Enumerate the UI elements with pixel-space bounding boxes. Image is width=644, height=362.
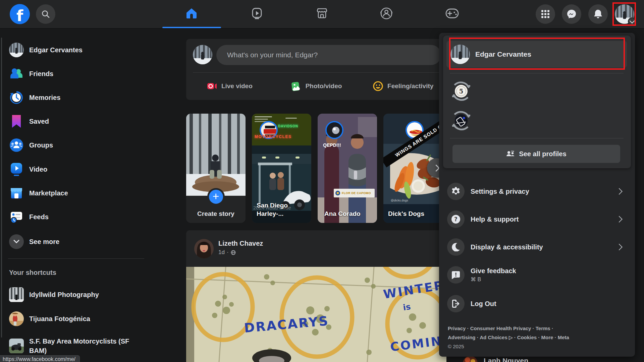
menu-grid-button[interactable]: [536, 4, 555, 24]
sidebar-item-saved[interactable]: Saved: [4, 110, 145, 132]
post-photo[interactable]: DRACARYS WINTER is COMING: [186, 267, 446, 362]
contact-name: Lanh Nguyen: [484, 357, 528, 362]
sidebar-item-feeds[interactable]: Feeds: [4, 206, 145, 228]
messenger-icon: [567, 9, 577, 19]
feeling-label: Feeling/activity: [387, 82, 433, 90]
menu-item-label: Display & accessibility: [471, 243, 543, 251]
active-tab-indicator: [162, 27, 221, 28]
dot-separator: ·: [227, 249, 229, 256]
footer-line-1[interactable]: Privacy · Consumer Health Privacy · Term…: [448, 324, 626, 333]
saved-icon: [9, 114, 24, 129]
story-label: Ana Corado: [324, 209, 374, 218]
composer-avatar[interactable]: [193, 45, 212, 64]
dicks-handle-text: @dicks.dogs: [391, 199, 408, 202]
chevron-right-icon: [616, 244, 623, 250]
menu-item-label: Log Out: [471, 300, 496, 308]
idyllwild-avatar: [9, 287, 24, 302]
menu-item-settings[interactable]: Settings & privacy: [444, 178, 630, 205]
story-create[interactable]: Create story: [186, 114, 246, 223]
menu-item-logout[interactable]: Log Out: [444, 290, 630, 317]
sidebar-item-profile[interactable]: Edgar Cervantes: [4, 39, 145, 61]
feedback-icon: [447, 266, 465, 284]
sidebar-item-see-more[interactable]: See more: [4, 231, 145, 253]
story-label: Dick's Dogs: [388, 209, 440, 218]
see-all-profiles-button[interactable]: See all profiles: [452, 145, 620, 163]
live-video-icon: [207, 81, 217, 92]
chevron-down-circle-icon: [9, 234, 24, 249]
live-video-button[interactable]: Live video: [186, 73, 273, 100]
facebook-logo[interactable]: [10, 4, 30, 24]
status-url-text: https://www.facebook.com/me/: [3, 356, 75, 362]
sidebar-divider: [8, 258, 144, 259]
footer-copyright: © 2025: [448, 342, 626, 351]
tab-gaming[interactable]: [429, 0, 476, 27]
moon-icon: [447, 238, 465, 256]
shortcuts-heading: Your shortcuts: [9, 269, 56, 277]
sidebar-item-groups[interactable]: Groups: [4, 134, 145, 156]
live-video-label: Live video: [221, 82, 253, 90]
tab-groups[interactable]: [363, 0, 410, 27]
shortcut-tijuana[interactable]: Tijuana Fotogénica: [4, 308, 145, 330]
globe-icon: [231, 250, 236, 255]
notifications-button[interactable]: [588, 4, 608, 24]
status-input[interactable]: What's on your mind, Edgar?: [216, 45, 441, 65]
feeling-activity-button[interactable]: Feeling/activity: [360, 73, 446, 100]
menu-item-label: Settings & privacy: [471, 188, 529, 195]
story-san-diego-harley[interactable]: DAVIDSON MOTORCYCLES 2024 Road Glide San…: [252, 114, 311, 223]
search-icon: [41, 10, 50, 18]
svg-text:5: 5: [459, 88, 464, 95]
create-story-photo: [186, 114, 246, 196]
sidebar-item-friends[interactable]: Friends: [4, 63, 145, 85]
footer-line-2[interactable]: Advertising · Ad Choices ▷ · Cookies · M…: [448, 333, 626, 342]
ana-banner-logo: [335, 190, 340, 196]
post-author-name[interactable]: Lizeth Chavez: [218, 240, 263, 247]
menu-item-feedback[interactable]: Give feedback ⌘ B: [444, 261, 630, 288]
messenger-button[interactable]: [562, 4, 581, 24]
user-avatar: [9, 43, 24, 57]
tab-marketplace[interactable]: [299, 0, 345, 27]
photo-video-label: Photo/video: [306, 82, 342, 90]
menu-item-label: Give feedback: [471, 267, 516, 275]
shortcut-label: Tijuana Fotogénica: [29, 315, 90, 323]
feeling-icon: [373, 81, 383, 92]
marketplace-tab-icon: [316, 7, 328, 19]
bell-icon: [593, 9, 603, 19]
menu-item-shortcut: ⌘ B: [471, 276, 516, 283]
account-menu: Edgar Cervantes 5 See all profiles Setti…: [439, 33, 635, 357]
story-label: San Diego Harley-...: [257, 201, 309, 218]
gear-icon: [447, 183, 465, 200]
sidebar-item-marketplace[interactable]: Marketplace: [4, 182, 145, 204]
current-profile-row[interactable]: Edgar Cervantes: [446, 41, 627, 68]
sidebar-item-video[interactable]: Video: [4, 158, 145, 180]
profiles-icon: [506, 150, 515, 158]
post-time: 1d: [218, 249, 225, 256]
photo-video-button[interactable]: Photo/video: [273, 73, 360, 100]
search-button[interactable]: [36, 4, 55, 24]
sidebar-item-memories[interactable]: Memories: [4, 86, 145, 109]
apps-grid-icon: [541, 10, 549, 18]
sidebar-scrollbar[interactable]: [1, 38, 2, 338]
photo-text-is: is: [402, 302, 412, 312]
ana-story-ring: [325, 121, 343, 139]
post-author-avatar[interactable]: [194, 239, 214, 258]
status-placeholder: What's on your mind, Edgar?: [227, 51, 318, 59]
switch-profile-1[interactable]: 5: [450, 80, 472, 102]
sidebar-item-label: Feeds: [29, 213, 49, 221]
menu-item-help[interactable]: ? Help & support: [444, 206, 630, 233]
menu-item-display[interactable]: Display & accessibility: [444, 234, 630, 260]
tab-video[interactable]: [233, 0, 280, 27]
sidebar-item-label: Marketplace: [29, 189, 68, 197]
profile-chevron-icon: [628, 17, 636, 25]
story-ana-corado[interactable]: QEPD!!! FLOR DE CAPOMO Ana Corado: [318, 114, 377, 223]
chevron-right-icon: [616, 216, 623, 223]
tab-home[interactable]: [168, 0, 215, 27]
facebook-home-screen: Edgar Cervantes Friends Memories Saved G…: [0, 0, 644, 362]
sidebar-item-label: Groups: [29, 141, 53, 149]
groups-tab-icon: [380, 7, 393, 20]
legal-footer[interactable]: Privacy · Consumer Health Privacy · Term…: [448, 324, 626, 351]
shortcut-idyllwild[interactable]: Idyllwild Photography: [4, 284, 145, 306]
top-navigation-bar: [0, 0, 644, 28]
switch-profile-2[interactable]: [450, 110, 472, 131]
feeds-icon: [9, 209, 24, 224]
contact-avatar: [463, 356, 478, 362]
